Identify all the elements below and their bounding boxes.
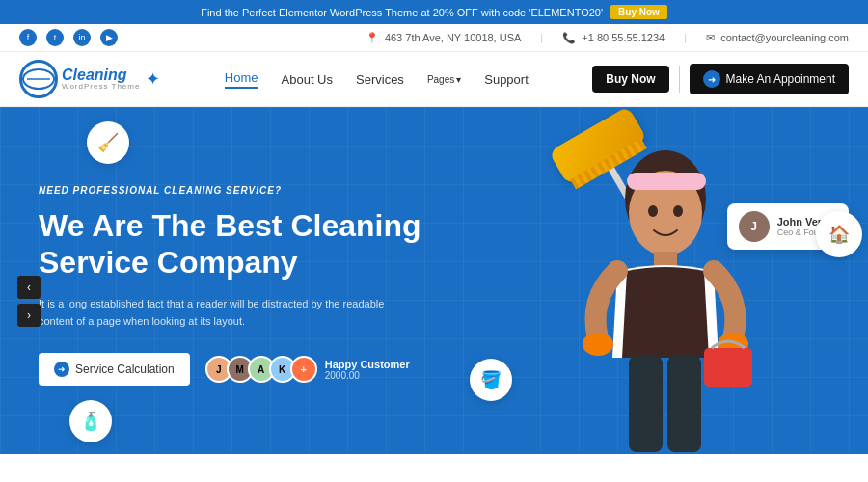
svg-rect-4 xyxy=(627,173,706,190)
facebook-icon[interactable]: f xyxy=(19,29,37,46)
email-text: ✉ contact@yourcleaning.com xyxy=(706,32,849,44)
hero-title: We Are The Best Cleaning Service Company xyxy=(39,207,421,281)
social-icons: f t in ▶ xyxy=(19,29,118,46)
nav-home[interactable]: Home xyxy=(225,70,258,89)
instagram-icon[interactable]: in xyxy=(73,29,91,46)
happy-text: Happy Customer 2000.00 xyxy=(325,359,410,381)
happy-customers: J M A K + Happy Customer 2000.00 xyxy=(205,356,410,383)
nav-links: Home About Us Services Pages ▾ Support xyxy=(179,70,573,89)
svg-point-5 xyxy=(648,205,658,217)
separator2: | xyxy=(684,32,687,43)
hero-subtitle: Need Professional Cleaning Service? xyxy=(39,185,421,196)
avatar-plus: + xyxy=(290,356,317,383)
contact-bar: f t in ▶ 📍 463 7th Ave, NY 10018, USA | … xyxy=(0,24,868,52)
svg-rect-11 xyxy=(667,356,701,452)
nav-support[interactable]: Support xyxy=(484,72,529,87)
svg-point-8 xyxy=(583,333,613,356)
float-icon-cleaner: 🧹 xyxy=(87,121,129,164)
mail-icon: ✉ xyxy=(706,32,715,43)
badge-avatar: J xyxy=(739,211,770,242)
logo-name: Cleaning xyxy=(62,67,140,84)
nav-actions: Buy Now ➜ Make An Appoinment xyxy=(592,64,849,94)
arrow-icon: ➜ xyxy=(703,70,720,88)
navbar: Cleaning WordPress Theme ✦ Home About Us… xyxy=(0,52,868,107)
logo-svg xyxy=(22,63,55,95)
twitter-icon[interactable]: t xyxy=(46,29,64,46)
hero-section: ‹ › 🧹 🏠 🪣 🧴 Need Professional Cleaning S… xyxy=(0,107,868,454)
hero-content: Need Professional Cleaning Service? We A… xyxy=(0,107,460,454)
service-calculation-button[interactable]: ➜ Service Calculation xyxy=(39,353,190,386)
youtube-icon[interactable]: ▶ xyxy=(100,29,118,46)
float-icon-house: 🏠 xyxy=(816,211,862,257)
logo-star: ✦ xyxy=(146,68,160,90)
svg-point-6 xyxy=(673,205,683,217)
float-icon-spray: 🧴 xyxy=(69,400,112,442)
announcement-cta[interactable]: Buy Now xyxy=(610,5,667,19)
nav-pages[interactable]: Pages ▾ xyxy=(427,74,461,85)
svg-rect-12 xyxy=(704,348,752,387)
hero-actions: ➜ Service Calculation J M A K + Happy Cu… xyxy=(39,353,421,386)
separator: | xyxy=(540,32,543,43)
float-icon-bucket: 🪣 xyxy=(470,359,512,401)
hero-right: J John Verma Ceo & Founder xyxy=(434,107,868,454)
logo-text: Cleaning WordPress Theme xyxy=(62,67,140,92)
svg-rect-10 xyxy=(629,356,663,452)
hero-description: It is a long established fact that a rea… xyxy=(39,296,386,330)
next-slide-button[interactable]: › xyxy=(17,304,41,327)
nav-separator xyxy=(679,66,680,93)
avatar-group: J M A K + xyxy=(205,356,317,383)
phone-text: 📞 +1 80.55.55.1234 xyxy=(562,32,665,44)
announcement-text: Find the Perfect Elementor WordPress The… xyxy=(201,7,603,18)
contact-info: 📍 463 7th Ave, NY 10018, USA | 📞 +1 80.5… xyxy=(366,32,849,44)
phone-icon: 📞 xyxy=(562,32,576,43)
logo: Cleaning WordPress Theme ✦ xyxy=(19,60,160,98)
logo-circle xyxy=(19,60,58,98)
buy-now-button[interactable]: Buy Now xyxy=(592,66,668,93)
announcement-bar: Find the Perfect Elementor WordPress The… xyxy=(0,0,868,24)
chevron-down-icon: ▾ xyxy=(456,74,461,85)
worker-figure xyxy=(550,146,781,454)
location-icon: 📍 xyxy=(366,32,379,43)
service-arrow-icon: ➜ xyxy=(54,362,69,377)
address-text: 📍 463 7th Ave, NY 10018, USA xyxy=(366,32,522,44)
appointment-button[interactable]: ➜ Make An Appoinment xyxy=(690,64,849,94)
prev-slide-button[interactable]: ‹ xyxy=(17,276,41,299)
logo-subtitle: WordPress Theme xyxy=(62,83,140,92)
nav-services[interactable]: Services xyxy=(356,72,404,87)
nav-about[interactable]: About Us xyxy=(282,72,333,87)
